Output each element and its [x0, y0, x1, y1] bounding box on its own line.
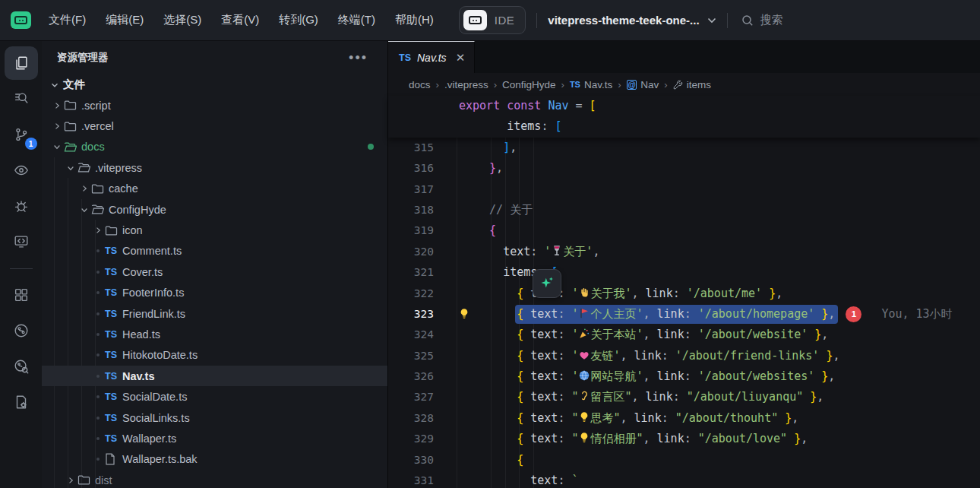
tree-item--vitepress[interactable]: .vitepress: [42, 157, 387, 178]
tree-item-dist[interactable]: dist: [42, 470, 387, 488]
code-line-330[interactable]: 330 {: [388, 450, 980, 471]
tree-item--vercel[interactable]: .vercel: [42, 116, 387, 136]
tree-item-wallaper-ts-bak[interactable]: Wallaper.ts.bak: [42, 449, 387, 470]
emoji-heart-icon: [578, 347, 590, 360]
close-icon[interactable]: ✕: [456, 51, 466, 65]
tree-item-cache[interactable]: cache: [42, 179, 387, 199]
tab-nav-ts[interactable]: TS Nav.ts ✕: [388, 41, 475, 73]
sidebar-title: 资源管理器: [57, 51, 109, 65]
activity-explorer-icon[interactable]: [5, 46, 38, 80]
breadcrumb-item-items[interactable]: items: [673, 79, 711, 90]
code-line-328[interactable]: 328 { text: "思考", link: "/about/thouht" …: [388, 408, 980, 429]
menu-选择S[interactable]: 选择(S): [155, 9, 210, 31]
project-selector[interactable]: vitepress-theme-teek-one-...: [548, 14, 716, 27]
activity-search-icon[interactable]: [5, 82, 38, 116]
menu-转到G[interactable]: 转到(G): [270, 9, 327, 31]
breadcrumb-label: docs: [409, 79, 431, 90]
code-line-318[interactable]: 318 // 关于: [388, 200, 980, 220]
activity-extensions-icon[interactable]: [5, 278, 38, 312]
emoji-flag-icon: [578, 306, 590, 318]
lightbulb-icon[interactable]: [458, 308, 470, 320]
breadcrumb-separator: ›: [436, 79, 439, 90]
sticky-line-2[interactable]: items: [: [388, 116, 980, 137]
code-line-331[interactable]: 331 text: `: [388, 471, 980, 488]
tree-item-socialdate-ts[interactable]: TSSocialDate.ts: [42, 386, 387, 407]
sticky-scroll[interactable]: export const Nav = [ items: [: [388, 96, 980, 138]
code-line-327[interactable]: 327 { text: "留言区", link: "/about/liuyanq…: [388, 387, 980, 407]
menu-文件F[interactable]: 文件(F): [40, 9, 94, 31]
tree-item-confighyde[interactable]: ConfigHyde: [42, 199, 387, 220]
typescript-file-icon: TS: [105, 246, 122, 256]
code-line-316[interactable]: 316 },: [388, 158, 980, 179]
ai-assistant-button[interactable]: [533, 269, 561, 298]
code-line-325[interactable]: 325 { text: '友链', link: '/about/friend-l…: [388, 346, 980, 366]
code-line-317[interactable]: 317: [388, 179, 980, 200]
tree-item-friendlink-ts[interactable]: TSFriendLink.ts: [42, 303, 387, 324]
typescript-file-icon: TS: [105, 309, 122, 319]
code-line-326[interactable]: 326 { text: '网站导航', link: '/about/websit…: [388, 366, 980, 387]
tree-item-icon[interactable]: icon: [42, 220, 387, 240]
tree-item--script[interactable]: .script: [42, 95, 387, 116]
code-line-324[interactable]: 324 { text: '关于本站', link: '/about/websit…: [388, 325, 980, 345]
tree-item-cover-ts[interactable]: TSCover.ts: [42, 261, 387, 282]
tree-item-nav-ts[interactable]: TSNav.ts: [42, 366, 387, 386]
tree-item-label: .script: [81, 100, 111, 112]
review-comment-badge[interactable]: 1: [846, 306, 861, 322]
breadcrumb-item-confighyde[interactable]: ConfigHyde: [502, 79, 556, 90]
chevron-right-icon: [63, 476, 77, 485]
folder-icon: [105, 225, 122, 236]
menu-编辑E[interactable]: 编辑(E): [97, 9, 152, 31]
tab-bar: TS Nav.ts ✕: [388, 41, 980, 73]
activity-live-preview-icon[interactable]: [5, 225, 38, 258]
menu-查看V[interactable]: 查看(V): [213, 9, 267, 31]
code-line-315[interactable]: 315 ],: [388, 138, 980, 158]
folder-modified-dot: [368, 144, 374, 150]
chevron-down-icon: [49, 142, 64, 151]
ide-mode-switch[interactable]: IDE: [459, 6, 526, 34]
code-line-323[interactable]: 323 { text: '个人主页', link: '/about/homepa…: [388, 304, 980, 325]
code-line-329[interactable]: 329 { text: "情侣相册", link: "/about/love" …: [388, 429, 980, 449]
git-status-dot: [90, 417, 105, 420]
global-search[interactable]: 搜索: [741, 13, 783, 27]
editor-group: TS Nav.ts ✕ docs›.vitepress›ConfigHyde›T…: [387, 41, 980, 488]
code-line-319[interactable]: 319 {: [388, 220, 980, 241]
tree-item-head-ts[interactable]: TSHead.ts: [42, 324, 387, 344]
section-header-files[interactable]: 文件: [42, 74, 387, 95]
sticky-line-1[interactable]: export const Nav = [: [388, 96, 980, 116]
breadcrumb-item-docs[interactable]: docs: [409, 79, 431, 90]
folder-icon: [64, 100, 81, 111]
menu-终端T[interactable]: 终端(T): [330, 9, 384, 31]
activity-debug-icon[interactable]: [5, 189, 38, 223]
breadcrumb-item-nav-ts[interactable]: TSNav.ts: [570, 79, 612, 90]
code-editor[interactable]: 315 ],316 },317318 // 关于319 {320 text: '…: [388, 138, 980, 488]
emoji-wine-icon: [551, 243, 563, 255]
activity-source-control-icon[interactable]: 1: [5, 118, 38, 151]
tab-label: Nav.ts: [417, 52, 447, 64]
search-placeholder: 搜索: [760, 13, 783, 27]
git-status-dot: [90, 353, 105, 356]
tree-item-docs[interactable]: docs: [42, 137, 387, 157]
activity-git-graph-icon[interactable]: [5, 314, 38, 347]
tree-item-label: Wallaper.ts.bak: [122, 453, 198, 465]
breadcrumb-item--vitepress[interactable]: .vitepress: [444, 79, 488, 90]
breadcrumb-item-nav[interactable]: @Nav: [627, 79, 659, 90]
code-line-320[interactable]: 320 text: '关于',: [388, 242, 980, 262]
line-number: 319: [388, 220, 434, 241]
tree-item-comment-ts[interactable]: TSComment.ts: [42, 241, 387, 261]
git-status-dot: [90, 375, 105, 378]
tree-item-label: ConfigHyde: [109, 204, 166, 216]
breadcrumb-label: .vitepress: [444, 79, 488, 90]
tree-item-hitokotodate-ts[interactable]: TSHitokotoDate.ts: [42, 345, 387, 366]
activity-file-settings-icon[interactable]: [5, 385, 38, 419]
menu-帮助H[interactable]: 帮助(H): [387, 9, 442, 31]
tree-item-wallaper-ts[interactable]: TSWallaper.ts: [42, 428, 387, 448]
code-line-322[interactable]: 322 { text: '关于我', link: '/about/me' },: [388, 284, 980, 304]
more-actions-icon[interactable]: •••: [349, 54, 368, 62]
tree-item-sociallinks-ts[interactable]: TSSocialLinks.ts: [42, 407, 387, 428]
git-status-dot: [90, 291, 105, 294]
tree-item-footerinfo-ts[interactable]: TSFooterInfo.ts: [42, 283, 387, 303]
line-number: 318: [388, 200, 434, 220]
activity-watch-eye-icon[interactable]: [5, 154, 38, 187]
activity-git-history-search-icon[interactable]: [5, 350, 38, 383]
code-line-321[interactable]: 321 items: [: [388, 262, 980, 283]
